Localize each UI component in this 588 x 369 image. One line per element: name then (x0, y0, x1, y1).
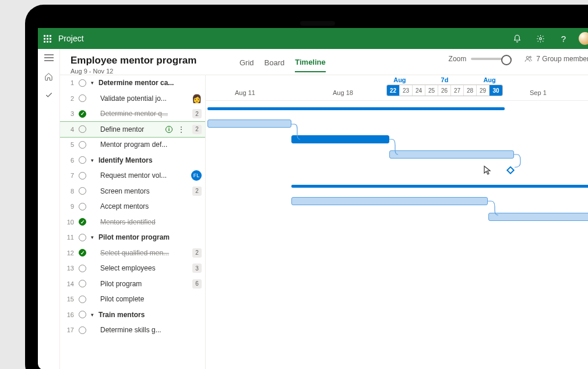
task-list-panel: 1▾Determine mentor ca...2Validate potent… (60, 75, 206, 369)
chevron-down-icon[interactable]: ▾ (91, 312, 94, 318)
task-row[interactable]: 17Determine skills g... (60, 322, 205, 338)
minical-day[interactable]: 27 (451, 85, 464, 96)
home-icon[interactable] (44, 71, 54, 82)
tab-board[interactable]: Board (265, 58, 285, 72)
mini-calendar[interactable]: Aug 7d Aug 222324252627282930 (386, 76, 503, 96)
count-badge[interactable]: 3 (192, 263, 202, 273)
status-open-icon[interactable] (79, 156, 86, 164)
task-bar-3[interactable] (291, 135, 389, 143)
status-done-icon[interactable] (79, 218, 86, 226)
task-row[interactable]: 7Request mentor vol...FL (60, 168, 205, 184)
status-open-icon[interactable] (79, 234, 86, 241)
count-badge[interactable]: 2 (192, 248, 202, 258)
task-row[interactable]: 11▾Pilot mentor program (60, 230, 205, 245)
row-number: 15 (65, 296, 74, 303)
status-open-icon[interactable] (79, 125, 86, 133)
task-name: Validate potential jo... (100, 94, 187, 103)
minical-day[interactable]: 25 (425, 85, 438, 96)
task-row[interactable]: 2Validate potential jo...👩 (60, 91, 205, 107)
task-row[interactable]: 9Accept mentors (60, 199, 205, 215)
task-row[interactable]: 14Pilot program6 (60, 276, 205, 292)
status-open-icon[interactable] (79, 311, 86, 318)
task-row[interactable]: 8Screen mentors2 (60, 184, 205, 199)
minical-day[interactable]: 30 (490, 85, 502, 96)
settings-icon[interactable] (532, 30, 548, 47)
minical-day[interactable]: 28 (464, 85, 477, 96)
task-row[interactable]: 3Determine mentor q...2 (60, 106, 205, 122)
status-done-icon[interactable] (79, 249, 86, 256)
svg-point-4 (527, 57, 529, 59)
task-row[interactable]: 1▾Determine mentor ca... (60, 75, 205, 91)
task-bar-2[interactable] (207, 120, 291, 128)
minical-day[interactable]: 29 (477, 85, 490, 96)
task-name: Determine mentor q... (100, 110, 188, 118)
minical-day[interactable]: 22 (387, 85, 400, 96)
task-name: Screen mentors (100, 187, 188, 195)
app-name: Project (58, 34, 84, 43)
status-open-icon[interactable] (79, 187, 86, 195)
summary-bar-1[interactable] (207, 107, 505, 110)
status-open-icon[interactable] (79, 79, 86, 87)
status-open-icon[interactable] (79, 326, 86, 334)
status-open-icon[interactable] (79, 280, 86, 287)
status-open-icon[interactable] (79, 94, 86, 102)
app-screen: Project ? Employee mentor (38, 28, 588, 369)
task-name: Pilot mentor program (98, 233, 205, 241)
menu-icon[interactable] (44, 52, 54, 63)
check-icon[interactable] (44, 90, 54, 100)
assignee-avatar[interactable]: FL (191, 170, 202, 181)
svg-point-5 (530, 57, 531, 58)
status-done-icon[interactable] (79, 110, 86, 118)
task-row[interactable]: 5Mentor program def... (60, 137, 205, 153)
count-badge[interactable]: 2 (192, 109, 202, 118)
task-row[interactable]: 4Define mentori⋮2 (60, 122, 205, 138)
gantt-chart[interactable]: Aug 11 Aug 18 Sep 1 Aug 7d Aug 222324252… (206, 75, 588, 369)
status-open-icon[interactable] (79, 265, 86, 272)
row-number: 1 (65, 79, 74, 86)
axis-aug18: Aug 18 (333, 89, 353, 96)
row-number: 3 (65, 110, 74, 117)
task-row[interactable]: 16▾Train mentors (60, 307, 205, 323)
gantt-header: Aug 11 Aug 18 Sep 1 Aug 7d Aug 222324252… (206, 75, 588, 101)
task-bar-4[interactable] (389, 150, 514, 159)
task-row[interactable]: 12Select qualified men...2 (60, 245, 205, 261)
status-open-icon[interactable] (79, 296, 86, 303)
more-icon[interactable]: ⋮ (177, 125, 185, 134)
tab-timeline[interactable]: Timeline (295, 58, 326, 72)
help-icon[interactable]: ? (555, 30, 572, 47)
task-bar-8[interactable] (488, 213, 588, 221)
status-open-icon[interactable] (79, 141, 86, 149)
task-bar-7[interactable] (291, 197, 488, 205)
task-name: Define mentor (100, 125, 161, 133)
minical-day[interactable]: 23 (400, 85, 413, 96)
task-row[interactable]: 10Mentors identified (60, 215, 205, 230)
count-badge[interactable]: 2 (192, 187, 202, 196)
chevron-down-icon[interactable]: ▾ (91, 80, 94, 86)
assignee-avatar[interactable]: 👩 (192, 94, 202, 103)
group-members-button[interactable]: 7 Group members (524, 55, 588, 63)
chevron-down-icon[interactable]: ▾ (91, 234, 94, 240)
info-icon[interactable]: i (166, 126, 172, 133)
task-row[interactable]: 6▾Identify Mentors (60, 153, 205, 168)
row-number: 13 (65, 265, 74, 272)
milestone-5[interactable] (506, 166, 515, 174)
notifications-icon[interactable] (509, 30, 525, 47)
count-badge[interactable]: 6 (192, 279, 202, 289)
task-name: Determine mentor ca... (98, 79, 205, 87)
task-row[interactable]: 15Pilot complete (60, 291, 205, 307)
task-row[interactable]: 13Select employees3 (60, 261, 205, 276)
tab-grid[interactable]: Grid (240, 58, 254, 72)
status-open-icon[interactable] (79, 172, 86, 180)
zoom-control[interactable]: Zoom (449, 55, 512, 63)
task-name: Train mentors (98, 311, 205, 319)
task-name: Identify Mentors (98, 156, 205, 164)
app-launcher-icon[interactable] (44, 35, 51, 43)
minical-day[interactable]: 24 (413, 85, 425, 96)
count-badge[interactable]: 2 (192, 125, 202, 134)
zoom-slider[interactable] (471, 58, 512, 60)
chevron-down-icon[interactable]: ▾ (91, 157, 94, 163)
user-avatar[interactable] (579, 32, 588, 45)
minical-day[interactable]: 26 (438, 85, 451, 96)
summary-bar-6[interactable] (291, 185, 588, 188)
status-open-icon[interactable] (79, 203, 86, 210)
